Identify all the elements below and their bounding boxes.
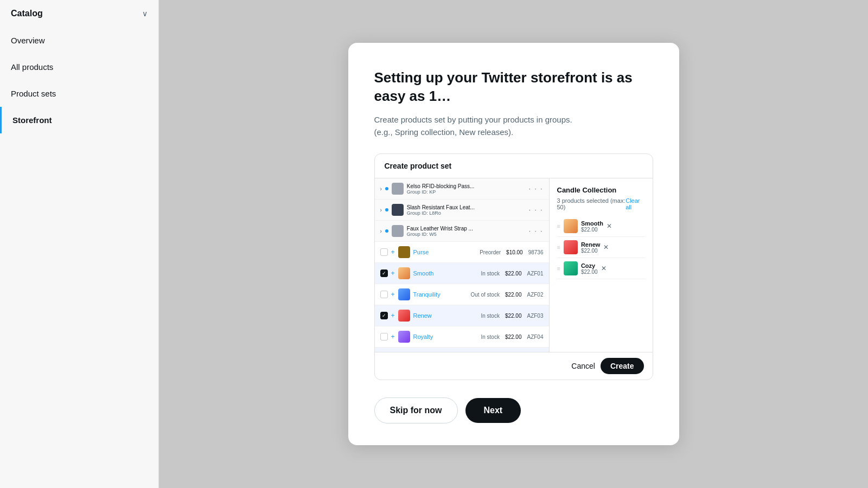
product-sku: AZF01 xyxy=(527,271,543,277)
drag-handle-icon: ≡ xyxy=(557,223,560,229)
status-dot xyxy=(385,208,388,211)
group-name: Faux Leather Wrist Strap ... xyxy=(407,226,526,232)
more-icon: · · · xyxy=(529,185,544,192)
cancel-button[interactable]: Cancel xyxy=(571,362,595,370)
product-row-royalty[interactable]: + Royalty In stock $22.00 AZF04 xyxy=(375,326,549,348)
status-dot xyxy=(385,187,388,190)
preview-card-header: Create product set xyxy=(375,154,653,178)
group-id: Group ID: W5 xyxy=(407,232,526,237)
drag-handle-icon: ≡ xyxy=(557,244,560,251)
product-row-purse[interactable]: + Purse Preorder $10.00 98736 xyxy=(375,242,549,263)
add-icon: + xyxy=(391,269,395,277)
product-price: $22.00 xyxy=(505,313,522,319)
count-row: 3 products selected (max: 50) Clear all xyxy=(557,197,645,210)
product-status: Preorder xyxy=(480,249,501,255)
product-thumbnail xyxy=(398,310,410,322)
main-content: Setting up your Twitter storefront is as… xyxy=(159,0,868,488)
group-row-faux: › Faux Leather Wrist Strap ... Group ID:… xyxy=(375,221,549,242)
collection-name: Candle Collection xyxy=(557,186,645,194)
product-price: $22.00 xyxy=(505,271,522,277)
add-icon: + xyxy=(391,291,395,298)
group-id: Group ID: L8Ro xyxy=(407,210,526,216)
product-price: $22.00 xyxy=(505,334,522,340)
product-name: Royalty xyxy=(413,333,433,340)
product-checkbox[interactable] xyxy=(380,291,388,298)
panel-item-name: Renew xyxy=(581,241,600,248)
product-price: $22.00 xyxy=(505,292,522,298)
product-status: Out of stock xyxy=(471,292,500,298)
product-set-panel: Candle Collection 3 products selected (m… xyxy=(550,178,653,352)
onboarding-modal: Setting up your Twitter storefront is as… xyxy=(348,43,679,446)
add-icon: + xyxy=(391,312,395,319)
expand-icon: › xyxy=(380,228,382,234)
product-sku: 98736 xyxy=(528,249,544,255)
modal-footer: Skip for now Next xyxy=(374,397,653,423)
modal-subtitle: Create products set by putting your prod… xyxy=(374,114,653,138)
product-list[interactable]: › Kelso RFID-blocking Pass... Group ID: … xyxy=(375,178,550,352)
add-icon: + xyxy=(391,333,395,341)
group-row-slash: › Slash Resistant Faux Leat... Group ID:… xyxy=(375,200,549,221)
sidebar-item-product-sets[interactable]: Product sets xyxy=(0,80,158,107)
product-status: In stock xyxy=(481,334,499,340)
product-sku: AZF02 xyxy=(527,292,543,298)
product-thumbnail xyxy=(392,225,404,237)
panel-item-price: $22.00 xyxy=(581,269,598,275)
panel-item-smooth: ≡ Smooth $22.00 ✕ xyxy=(557,216,645,237)
preview-card-footer: Cancel Create xyxy=(375,352,653,380)
group-name: Kelso RFID-blocking Pass... xyxy=(407,183,526,189)
sidebar-item-overview[interactable]: Overview xyxy=(0,27,158,54)
product-sku: AZF04 xyxy=(527,334,543,340)
panel-item-renew: ≡ Renew $22.00 ✕ xyxy=(557,237,645,258)
expand-icon: › xyxy=(380,207,382,213)
product-status: In stock xyxy=(481,271,499,277)
drag-handle-icon: ≡ xyxy=(557,265,560,272)
product-thumbnail xyxy=(398,288,410,300)
product-name: Purse xyxy=(413,249,429,255)
remove-item-button[interactable]: ✕ xyxy=(607,222,612,230)
product-status: In stock xyxy=(481,313,499,319)
product-checkbox[interactable] xyxy=(380,333,388,341)
panel-item-price: $22.00 xyxy=(581,248,600,254)
create-button[interactable]: Create xyxy=(601,358,644,374)
remove-item-button[interactable]: ✕ xyxy=(601,265,607,272)
product-row-tranquility[interactable]: + Tranquility Out of stock $22.00 AZF02 xyxy=(375,284,549,305)
preview-content: › Kelso RFID-blocking Pass... Group ID: … xyxy=(375,178,653,352)
product-thumbnail xyxy=(392,183,404,195)
more-icon: · · · xyxy=(529,206,544,214)
panel-item-name: Smooth xyxy=(581,220,603,227)
product-row-renew[interactable]: + Renew In stock $22.00 AZF03 xyxy=(375,305,549,326)
skip-for-now-button[interactable]: Skip for now xyxy=(374,397,458,423)
product-thumbnail xyxy=(398,331,410,343)
panel-item-thumbnail xyxy=(564,261,578,275)
chevron-down-icon: ∨ xyxy=(142,9,148,18)
product-checkbox[interactable] xyxy=(380,248,388,256)
sidebar-item-all-products[interactable]: All products xyxy=(0,54,158,80)
status-dot xyxy=(385,229,388,233)
panel-item-thumbnail xyxy=(564,219,578,233)
product-price: $10.00 xyxy=(506,249,523,255)
sidebar-catalog[interactable]: Catalog ∨ xyxy=(0,0,158,27)
panel-item-price: $22.00 xyxy=(581,227,603,233)
product-sku: AZF03 xyxy=(527,313,543,319)
product-thumbnail xyxy=(392,204,404,216)
group-id: Group ID: KP xyxy=(407,189,526,195)
product-checkbox[interactable] xyxy=(380,312,388,319)
panel-item-thumbnail xyxy=(564,240,578,254)
panel-item-name: Cozy xyxy=(581,262,598,269)
next-button[interactable]: Next xyxy=(465,398,521,423)
product-name: Tranquility xyxy=(413,291,441,298)
group-row-kelso: › Kelso RFID-blocking Pass... Group ID: … xyxy=(375,178,549,200)
product-name: Smooth xyxy=(413,270,434,277)
expand-icon: › xyxy=(380,186,382,192)
product-checkbox[interactable] xyxy=(380,269,388,277)
remove-item-button[interactable]: ✕ xyxy=(603,243,609,251)
product-thumbnail xyxy=(398,267,410,279)
sidebar-item-storefront[interactable]: Storefront xyxy=(0,107,158,133)
create-product-set-preview: Create product set › Kelso RFID-blocking… xyxy=(374,153,653,380)
product-name: Renew xyxy=(413,312,432,319)
product-row-cozy[interactable]: + Cozy In stock $22.00 AZF05 xyxy=(375,348,549,352)
clear-all-button[interactable]: Clear all xyxy=(626,197,644,210)
panel-item-cozy: ≡ Cozy $22.00 ✕ xyxy=(557,258,645,279)
product-row-smooth[interactable]: + Smooth In stock $22.00 AZF01 xyxy=(375,263,549,284)
sidebar: Catalog ∨ Overview All products Product … xyxy=(0,0,159,488)
